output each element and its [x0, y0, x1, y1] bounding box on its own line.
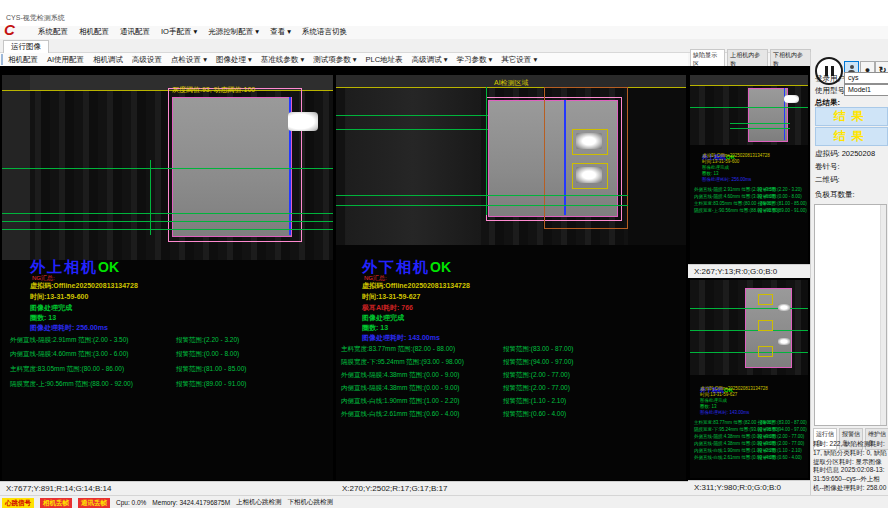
menu-item-io-config[interactable]: IO手配置 ▾ — [161, 27, 197, 37]
mid-scene-rightdark — [628, 75, 686, 245]
scrollbar[interactable] — [880, 205, 886, 425]
toolbar-spotcheck-settings[interactable]: 点检设置 ▾ — [171, 55, 207, 65]
sv2-elapsed: 图像处理耗时: 143.00ms — [700, 410, 749, 415]
left-result-ok: OK — [98, 259, 119, 275]
measure-text: 主料宽度:83.77mm 范围:(82.00 - 88.00) — [341, 345, 455, 352]
virtual-code-label: 虚拟码: — [815, 149, 840, 158]
mid-time-text: 时间:13-31-59-627 — [362, 292, 420, 302]
sv2-tab-roi-1 — [758, 294, 773, 305]
menu-item-view[interactable]: 查看 ▾ — [270, 27, 291, 37]
defect-view-2[interactable]: 外下相机OK 虚拟码:Offline2025020813134728 时间:13… — [690, 280, 808, 478]
toolbar-other-settings[interactable]: 其它设置 ▾ — [501, 55, 537, 65]
result-box-lower: 结果 — [815, 127, 888, 146]
measure-text: 隔膜宽度-上:90.56mm 范围:(88.00 - 92.00) — [10, 380, 133, 387]
sv1-meas-row: 隔膜宽度-上:90.56mm 范围:(88.00 - 92.00)报警范围:(8… — [694, 208, 806, 213]
alarm-range: 报警范围:(83.00 - 87.00) — [503, 345, 573, 354]
toolbar-ai-use-config[interactable]: AI使用配置 — [47, 55, 84, 65]
sv2-green-line-3 — [690, 352, 808, 353]
mid-loop-text: 圈数: 13 — [362, 323, 388, 333]
virtual-code-row: 虚拟码: 20250208 — [815, 149, 875, 159]
left-camera-view[interactable]: 灰度阈值:93, 动态阈值:100 外上相机OK NG汇总: 虚拟码:Offli… — [2, 75, 333, 480]
toolbar-image-processing[interactable]: 图像处理 ▾ — [216, 55, 252, 65]
alarm-range: 报警范围:(89.00 - 91.00) — [176, 380, 246, 389]
menu-item-system-config[interactable]: 系统配置 — [38, 27, 68, 37]
sv1-green-line-3 — [730, 128, 790, 129]
measurement-row: 外侧直线-隔膜:2.91mm 范围:(2.00 - 3.50) 报警范围:(2.… — [10, 336, 330, 345]
toolbar-accent — [1, 54, 3, 65]
mid-ai-area-label: AI检测区域 — [494, 78, 529, 88]
middle-view-statusbar: X:270;Y:2502;R:17;G:17;B:17 — [336, 481, 692, 496]
toolbar-plc-address-table[interactable]: PLC地址表 — [366, 55, 403, 65]
alarm-range: 报警范围:(1.10 - 2.10) — [503, 397, 566, 406]
left-camera-label: 外上相机 — [30, 258, 98, 275]
measurement-row: 内侧直线-隔膜:4.60mm 范围:(3.00 - 6.00) 报警范围:(0.… — [10, 350, 330, 359]
mid-green-line-1 — [336, 115, 488, 116]
sv1-alarm: 报警范围:(81.00 - 85.00) — [758, 201, 807, 206]
alarm-range: 报警范围:(2.00 - 77.00) — [503, 384, 570, 393]
menu-item-camera-config[interactable]: 相机配置 — [79, 27, 109, 37]
sv1-loop: 圈数: 13 — [702, 171, 719, 176]
sv2-alarm: 报警范围:(2.00 - 77.00) — [758, 441, 804, 446]
mid-green-line-2 — [336, 129, 488, 130]
left-green-line-3 — [2, 221, 333, 222]
sv1-meas-row: 外侧直线-隔膜:2.91mm 范围:(2.00 - 3.50)报警范围:(2.2… — [694, 187, 806, 192]
measurement-row: 主料宽度:83.05mm 范围:(80.00 - 86.00) 报警范围:(81… — [10, 365, 330, 374]
model-input[interactable]: Model1 — [844, 84, 888, 96]
toolbar-baseline-params[interactable]: 基准线参数 ▾ — [261, 55, 304, 65]
mid-ai-roi-box — [544, 87, 628, 229]
defect-view-1-statusbar: X:267;Y:13;R:0;G:0;B:0 — [688, 264, 814, 278]
sv2-alarm: 报警范围:(2.00 - 77.00) — [758, 434, 804, 439]
upper-camera-heartbeat: 上相机心跳检测 — [236, 498, 282, 507]
sv1-yellow-line — [690, 85, 808, 86]
menu-items: 系统配置 相机配置 通讯配置 IO手配置 ▾ 光源控制配置 ▾ 查看 ▾ 系统语… — [38, 27, 347, 37]
toolbar-advanced-debug[interactable]: 高级调试 ▾ — [412, 55, 448, 65]
toolbar-camera-config[interactable]: 相机配置 — [8, 55, 38, 65]
sv2-green-line-1 — [690, 308, 808, 309]
toolbar-test-params[interactable]: 测试项参数 ▾ — [313, 55, 356, 65]
defect-view-1[interactable]: 外上相机OK 虚拟码:Offline2025020813134728 时间:13… — [690, 75, 808, 264]
sv1-meas-row: 内侧直线-隔膜:4.60mm 范围:(3.00 - 6.00)报警范围:(0.0… — [694, 194, 806, 199]
middle-camera-view[interactable]: AI检测区域 外下相机OK NG汇总: 虚拟码:Offline202502081… — [336, 75, 686, 480]
login-user-input[interactable]: cys — [844, 72, 888, 84]
result-listbox[interactable] — [814, 204, 887, 426]
mid-elapsed-text: 图像处理耗时: 143.00ms — [362, 333, 440, 343]
left-view-statusbar: X:7677;Y:891;R:14;G:14;B:14 — [0, 481, 340, 496]
app-logo-icon: C — [4, 22, 15, 37]
sv2-alarm: 报警范围:(83.00 - 87.00) — [758, 420, 807, 425]
alarm-range: 报警范围:(94.00 - 97.00) — [503, 358, 573, 367]
sv1-barcode: 虚拟码:Offline2025020813134728 — [702, 153, 770, 158]
left-done-text: 图像处理完成 — [30, 303, 72, 313]
sv1-part-image — [748, 88, 788, 142]
sv1-topband — [690, 75, 808, 85]
mid-scene-band — [346, 75, 481, 245]
toolbar-advanced-settings[interactable]: 高级设置 — [132, 55, 162, 65]
comm-dropframe-badge: 通讯丢帧 — [78, 498, 110, 508]
mid-barcode-text: 虚拟码:Offline2025020813134728 — [362, 281, 470, 291]
menu-item-comm-config[interactable]: 通讯配置 — [120, 27, 150, 37]
memory-usage: Memory: 3424.41796875M — [152, 499, 230, 506]
menu-item-light-config[interactable]: 光源控制配置 ▾ — [208, 27, 259, 37]
sv2-meas-row: 隔膜宽度-下:95.24mm 范围:(93.00 - 98.00)报警范围:(9… — [694, 427, 806, 432]
measure-text: 外侧直线-隔膜:4.38mm 范围:(0.00 - 9.00) — [341, 371, 459, 378]
sv1-done: 图像处理完成 — [702, 165, 729, 170]
mid-camera-label: 外下相机 — [362, 258, 430, 275]
result-box-upper: 结果 — [815, 107, 888, 126]
toolbar-learning-params[interactable]: 学习参数 ▾ — [456, 55, 492, 65]
alarm-range: 报警范围:(0.00 - 8.00) — [176, 350, 239, 359]
measure-text: 内侧直线-隔膜:4.38mm 范围:(0.00 - 9.00) — [341, 384, 459, 391]
right-control-panel: ● ↻ 登录用户: cys 使用型号: Model1 总结果: 结果 结果 虚拟… — [810, 52, 888, 495]
measure-text: 外侧直线-隔膜:2.91mm 范围:(2.00 - 3.50) — [10, 336, 128, 343]
defect-panel-tabs: 缺陷显示区 上相机内参数 下相机内参数 — [688, 53, 811, 66]
sv2-metal-tab-2 — [778, 338, 790, 345]
login-user-label: 登录用户: — [815, 74, 847, 84]
measurement-row: 主料宽度:83.77mm 范围:(82.00 - 88.00) 报警范围:(83… — [341, 345, 685, 354]
sv2-barcode: 虚拟码:Offline2025020813134728 — [700, 386, 768, 391]
left-threshold-text: 灰度阈值:93, 动态阈值:100 — [172, 85, 255, 95]
toolbar-camera-debug[interactable]: 相机调试 — [93, 55, 123, 65]
neg-tab-count-label: 负极耳数量: — [815, 190, 855, 200]
measure-text: 外侧直线-白线:2.61mm 范围:(0.60 - 4.00) — [341, 410, 459, 417]
sv2-alarm: 报警范围:(1.10 - 2.10) — [758, 448, 802, 453]
sv2-metal-tab-1 — [778, 304, 790, 311]
measurement-row: 外侧直线-白线:2.61mm 范围:(0.60 - 4.00) 报警范围:(0.… — [341, 410, 685, 419]
menu-item-language-switch[interactable]: 系统语言切换 — [302, 27, 347, 37]
